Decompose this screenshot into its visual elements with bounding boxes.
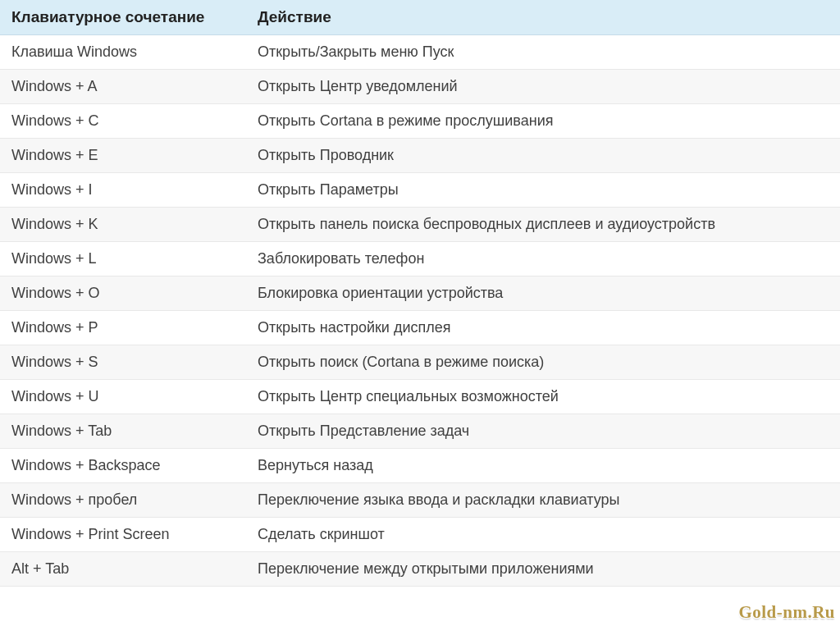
- cell-shortcut: Windows + Tab: [0, 414, 246, 449]
- cell-action: Открыть Представление задач: [246, 414, 840, 449]
- col-header-shortcut: Клавиатурное сочетание: [0, 0, 246, 35]
- cell-shortcut: Windows + O: [0, 276, 246, 311]
- cell-shortcut: Windows + U: [0, 380, 246, 414]
- cell-action: Сделать скриншот: [246, 518, 840, 552]
- cell-action: Блокировка ориентации устройства: [246, 276, 840, 311]
- cell-shortcut: Alt + Tab: [0, 552, 246, 587]
- cell-shortcut: Windows + L: [0, 242, 246, 276]
- table-row: Windows + Print ScreenСделать скриншот: [0, 518, 840, 552]
- cell-action: Открыть настройки дисплея: [246, 311, 840, 345]
- table-row: Клавиша WindowsОткрыть/Закрыть меню Пуск: [0, 35, 840, 70]
- cell-shortcut: Клавиша Windows: [0, 35, 246, 70]
- cell-shortcut: Windows + Backspace: [0, 449, 246, 483]
- cell-shortcut: Windows + C: [0, 104, 246, 139]
- table-row: Windows + TabОткрыть Представление задач: [0, 414, 840, 449]
- table-row: Windows + AОткрыть Центр уведомлений: [0, 70, 840, 104]
- table-row: Windows + пробелПереключение языка ввода…: [0, 483, 840, 518]
- col-header-action: Действие: [246, 0, 840, 35]
- cell-shortcut: Windows + P: [0, 311, 246, 345]
- table-row: Windows + CОткрыть Cortana в режиме прос…: [0, 104, 840, 139]
- table-row: Windows + SОткрыть поиск (Cortana в режи…: [0, 345, 840, 380]
- cell-action: Открыть Параметры: [246, 173, 840, 208]
- cell-shortcut: Windows + E: [0, 139, 246, 173]
- cell-action: Переключение языка ввода и раскладки кла…: [246, 483, 840, 518]
- cell-action: Вернуться назад: [246, 449, 840, 483]
- cell-shortcut: Windows + Print Screen: [0, 518, 246, 552]
- cell-action: Открыть/Закрыть меню Пуск: [246, 35, 840, 70]
- table-row: Windows + OБлокировка ориентации устройс…: [0, 276, 840, 311]
- cell-shortcut: Windows + K: [0, 208, 246, 242]
- table-row: Windows + IОткрыть Параметры: [0, 173, 840, 208]
- table-row: Windows + LЗаблокировать телефон: [0, 242, 840, 276]
- cell-action: Открыть Центр специальных возможностей: [246, 380, 840, 414]
- table-row: Windows + EОткрыть Проводник: [0, 139, 840, 173]
- cell-action: Открыть панель поиска беспроводных диспл…: [246, 208, 840, 242]
- shortcuts-table: Клавиатурное сочетание Действие Клавиша …: [0, 0, 840, 587]
- table-row: Alt + TabПереключение между открытыми пр…: [0, 552, 840, 587]
- table-row: Windows + PОткрыть настройки дисплея: [0, 311, 840, 345]
- cell-shortcut: Windows + пробел: [0, 483, 246, 518]
- cell-action: Открыть Проводник: [246, 139, 840, 173]
- cell-action: Открыть поиск (Cortana в режиме поиска): [246, 345, 840, 380]
- cell-action: Открыть Cortana в режиме прослушивания: [246, 104, 840, 139]
- cell-shortcut: Windows + I: [0, 173, 246, 208]
- table-header-row: Клавиатурное сочетание Действие: [0, 0, 840, 35]
- cell-action: Заблокировать телефон: [246, 242, 840, 276]
- cell-action: Переключение между открытыми приложениям…: [246, 552, 840, 587]
- watermark: Gold-nm.Ru: [738, 602, 835, 623]
- cell-shortcut: Windows + A: [0, 70, 246, 104]
- cell-shortcut: Windows + S: [0, 345, 246, 380]
- cell-action: Открыть Центр уведомлений: [246, 70, 840, 104]
- table-row: Windows + UОткрыть Центр специальных воз…: [0, 380, 840, 414]
- table-row: Windows + BackspaceВернуться назад: [0, 449, 840, 483]
- table-row: Windows + KОткрыть панель поиска беспров…: [0, 208, 840, 242]
